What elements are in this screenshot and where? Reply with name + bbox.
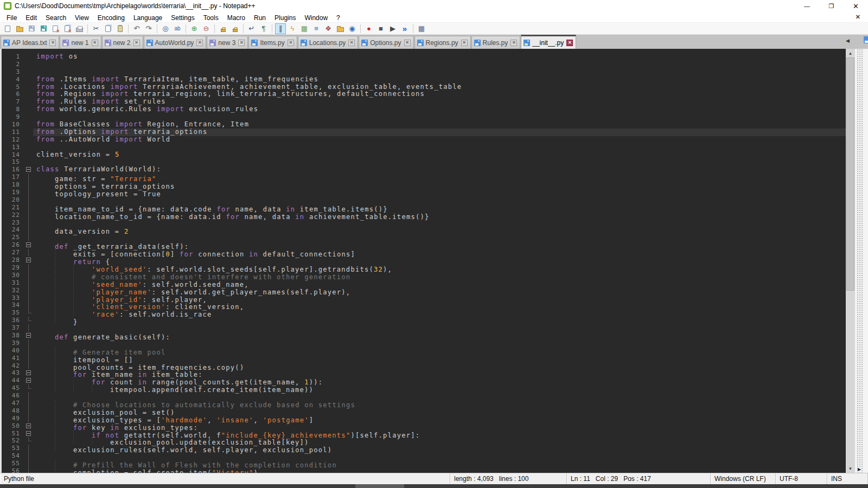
scroll-down-icon[interactable]: ▼ [846,464,855,473]
tab-close-icon[interactable]: ✕ [348,40,355,46]
tab-close-icon[interactable]: ✕ [461,40,468,46]
new-file-icon[interactable] [2,23,13,34]
code-line[interactable]: 23 [2,219,846,227]
code-line[interactable]: 10from BaseClasses import Region, Entran… [2,121,846,129]
code-line[interactable]: 1import os [2,53,846,61]
tab-locations-py[interactable]: Locations.py✕ [298,36,358,49]
close-all-icon[interactable] [62,23,73,34]
fold-collapse-icon[interactable] [24,377,33,384]
minimize-button[interactable]: — [795,0,819,12]
code-line[interactable]: 4from .Items import TerrariaItem, item_t… [2,76,846,84]
code-line[interactable]: 6from .Regions import terraria_regions, … [2,91,846,98]
paste-icon[interactable] [114,23,125,34]
code-line[interactable]: 30# consistent and doesn't interfere wit… [2,272,846,279]
code-line[interactable]: 31'seed_name': self.world.seed_name, [2,279,846,287]
code-line[interactable]: 36} [2,317,846,324]
undo-icon[interactable]: ↶ [131,23,142,34]
status-eol-format[interactable]: Windows (CR LF) [711,473,776,484]
code-line[interactable]: 33'player_id': self.player, [2,294,846,302]
fold-collapse-icon[interactable] [24,166,33,174]
tab-close-icon[interactable]: ✕ [196,40,203,46]
code-line[interactable]: 51if not getattr(self.world, f"include_{… [2,430,846,438]
file-monitoring-icon[interactable]: ◉ [347,23,358,34]
document-list-icon[interactable]: ≡ [311,23,322,34]
file-browser-icon[interactable] [335,23,346,34]
print-icon[interactable] [74,23,85,34]
code-line[interactable]: 5from .Locations import TerrariaAchievem… [2,84,846,91]
show-indent-guide-icon[interactable]: ∥ [275,23,286,34]
code-line[interactable]: 40# Generate item pool [2,347,846,355]
code-line[interactable]: 3 [2,68,846,76]
fold-collapse-icon[interactable] [24,369,33,377]
code-line[interactable]: 39 [2,339,846,347]
code-line[interactable]: 21item_name_to_id = {name: data.code for… [2,204,846,211]
code-line[interactable]: 24data_version = 2 [2,226,846,234]
sync-horizontal-scroll-icon[interactable] [229,23,240,34]
tab-scroll-left-icon[interactable]: ◀ [846,38,850,43]
menu-help[interactable]: ? [332,13,344,23]
menu-encoding[interactable]: Encoding [93,13,129,23]
copy-icon[interactable] [103,23,113,34]
code-editor[interactable]: 1import os234from .Items import Terraria… [2,49,846,473]
code-line[interactable]: 9 [2,113,846,121]
code-line[interactable]: 12from ..AutoWorld import World [2,136,846,144]
code-line[interactable]: 34'client_version': client_version, [2,301,846,309]
document-map-icon[interactable]: ▦ [299,23,310,34]
status-encoding[interactable]: UTF-8 [776,473,827,484]
code-line[interactable]: 41itempool = [] [2,355,846,362]
zoom-in-icon[interactable]: ⊕ [189,23,200,34]
close-file-icon[interactable] [50,23,61,34]
code-line[interactable]: 47# Choose locations to automatically ex… [2,400,846,407]
word-wrap-icon[interactable]: ↵ [246,23,257,34]
tab-close-icon[interactable]: ✕ [404,40,411,46]
menu-run[interactable]: Run [250,13,270,23]
code-line[interactable]: 25 [2,234,846,241]
function-list-icon[interactable]: ϟ [287,23,298,34]
tab-close-icon[interactable]: ✕ [92,40,98,46]
tab-regions-py[interactable]: Regions.py✕ [414,36,471,49]
code-line[interactable]: 7from .Rules import set_rules [2,98,846,106]
tab-items-py[interactable]: Items.py✕ [248,36,297,49]
code-line[interactable]: 50for key in exclusion_types: [2,422,846,430]
macro-record-icon[interactable]: ● [363,23,374,34]
tab-close-icon[interactable]: ✕ [566,40,573,46]
code-line[interactable]: 52exclusion_pool.update(exclusion_table[… [2,437,846,445]
show-all-characters-icon[interactable]: ¶ [258,23,269,34]
code-line[interactable]: 56completion = self.create_item("Victory… [2,467,846,473]
tab-new-3[interactable]: new 3✕ [207,36,248,49]
fold-collapse-icon[interactable] [24,241,33,249]
menu-language[interactable]: Language [129,13,167,23]
replace-icon[interactable]: ab [172,23,183,34]
code-line[interactable]: 18options = terraria_options [2,181,846,189]
code-line[interactable]: 43for item_name in item_table: [2,369,846,377]
fold-collapse-icon[interactable] [24,430,33,438]
code-line[interactable]: 2 [2,61,846,68]
code-line[interactable]: 32'player_name': self.world.get_player_n… [2,287,846,294]
macro-save-icon[interactable]: ▦ [416,23,427,34]
menu-view[interactable]: View [71,13,93,23]
code-line[interactable]: 35'race': self.world.is_race [2,309,846,317]
cut-icon[interactable]: ✂ [91,23,101,34]
tab-rules-py[interactable]: Rules.py✕ [471,36,521,49]
code-line[interactable]: 53exclusion_rules(self.world, self.playe… [2,445,846,452]
tab-new-2[interactable]: new 2✕ [102,36,143,49]
tab-close-icon[interactable]: ✕ [510,40,517,46]
save-all-icon[interactable] [38,23,49,34]
menu-search[interactable]: Search [41,13,71,23]
code-line[interactable]: 8from worlds.generic.Rules import exclus… [2,106,846,113]
code-line[interactable]: 28return { [2,256,846,264]
scroll-up-icon[interactable]: ▲ [846,49,855,57]
zoom-out-icon[interactable]: ⊖ [201,23,212,34]
tab-close-icon[interactable]: ✕ [133,40,140,46]
code-line[interactable]: 38def generate_basic(self): [2,332,846,339]
code-line[interactable]: 44for count in range(pool_counts.get(ite… [2,377,846,384]
menu-plugins[interactable]: Plugins [270,13,300,23]
fold-collapse-icon[interactable] [24,422,33,430]
close-button[interactable]: ✕ [844,0,868,12]
docked-splitter-grip[interactable]: ▶ [857,49,864,473]
open-file-icon[interactable] [14,23,25,34]
splitter-arrow-icon[interactable]: ▶ [858,467,861,472]
tab-autoworld-py[interactable]: AutoWorld.py✕ [144,36,207,49]
code-line[interactable]: 37 [2,324,846,332]
code-line[interactable]: 49exclusion_types = ['hardmode', 'insane… [2,415,846,422]
